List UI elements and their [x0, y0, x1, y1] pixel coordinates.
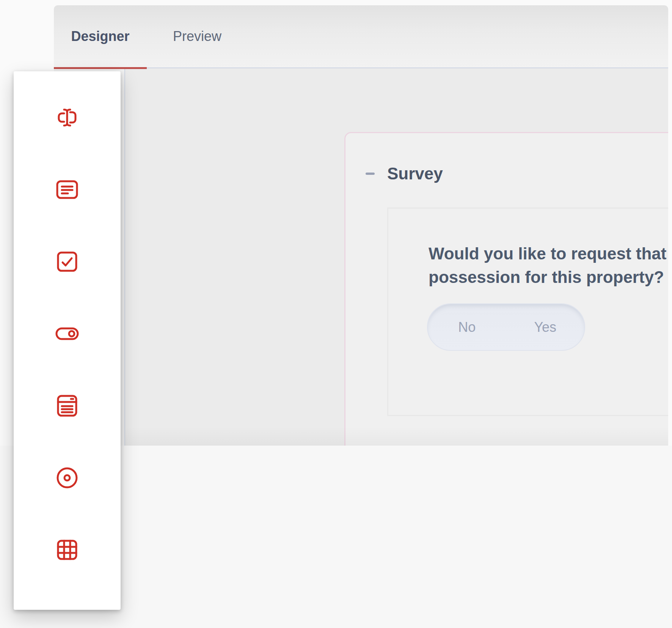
- checkbox-icon: [53, 248, 81, 275]
- toggle-switch-icon: [53, 320, 81, 347]
- toolbox-item-boolean[interactable]: [52, 320, 82, 347]
- design-workspace: Survey Would you like to request that po…: [54, 68, 668, 446]
- radio-button-icon: [53, 464, 81, 491]
- minus-icon: [366, 173, 375, 175]
- boolean-option-yes[interactable]: Yes: [506, 304, 585, 350]
- toolbox-item-comment[interactable]: [52, 176, 82, 203]
- comment-icon: [53, 176, 81, 203]
- survey-page-panel[interactable]: Survey Would you like to request that po…: [344, 132, 668, 446]
- tab-designer-label: Designer: [71, 28, 129, 44]
- boolean-toggle: No Yes: [427, 303, 585, 351]
- tabs: Designer Preview: [54, 5, 668, 68]
- toolbox-item-checkbox[interactable]: [52, 248, 82, 275]
- tab-designer[interactable]: Designer: [54, 5, 147, 68]
- design-surface: Survey Would you like to request that po…: [124, 68, 668, 446]
- active-tab-underline: [54, 67, 147, 69]
- matrix-grid-icon: [53, 536, 81, 564]
- page-header: Survey: [365, 164, 443, 183]
- question-title: Would you like to request that possessio…: [429, 242, 668, 289]
- toolbox-item-matrix[interactable]: [52, 536, 82, 564]
- boolean-question-card[interactable]: Would you like to request that possessio…: [387, 207, 668, 416]
- toolbox-item-dropdown[interactable]: [52, 392, 82, 419]
- question-title-line1: Would you like to request that: [429, 242, 668, 265]
- toolbox-item-radiogroup[interactable]: [52, 464, 82, 491]
- toolbox-sidebar: [14, 71, 121, 610]
- tab-strip: Designer Preview: [54, 5, 668, 68]
- dropdown-icon: [53, 392, 81, 419]
- tab-preview[interactable]: Preview: [154, 5, 241, 68]
- toolbox-item-text-input[interactable]: [52, 104, 82, 131]
- text-input-icon: [53, 104, 81, 131]
- page-title: Survey: [387, 164, 443, 183]
- question-title-line2: possession for this property?: [429, 265, 668, 289]
- tab-preview-label: Preview: [173, 28, 221, 44]
- boolean-option-no[interactable]: No: [428, 304, 506, 350]
- collapse-page-button[interactable]: [365, 165, 375, 182]
